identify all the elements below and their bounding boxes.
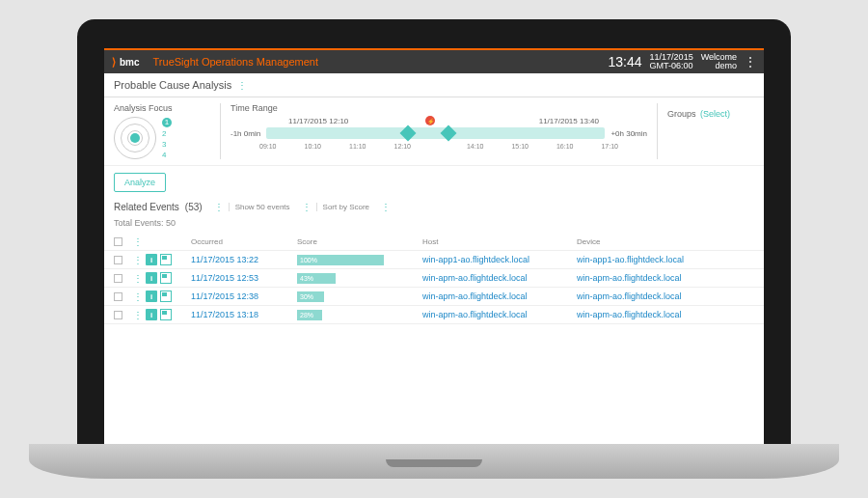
table-row: ⋮i11/17/2015 12:3830%win-apm-ao.flightde…	[104, 288, 764, 306]
info-icon[interactable]: i	[146, 309, 157, 320]
sort-menu-icon[interactable]: ⋮	[381, 202, 390, 212]
time-offset-left: -1h 0min	[231, 129, 260, 138]
event-marker-icon: ⚡	[425, 116, 435, 125]
slider-handle-end[interactable]	[440, 125, 456, 142]
header-menu-icon[interactable]: ⋮	[745, 55, 756, 69]
info-icon[interactable]: i	[146, 272, 157, 284]
analysis-focus-label: Analysis Focus	[114, 103, 210, 113]
table-row: ⋮i11/17/2015 13:22100%win-app1-ao.flight…	[104, 251, 764, 269]
focus-bullseye[interactable]	[114, 117, 156, 159]
row-host[interactable]: win-apm-ao.flightdeck.local	[422, 291, 577, 301]
time-start: 11/17/2015 12:10	[288, 117, 348, 125]
groups-section: Groups (Select)	[667, 103, 754, 159]
row-device[interactable]: win-apm-ao.flightdeck.local	[577, 310, 754, 319]
related-menu-icon[interactable]: ⋮	[214, 202, 223, 212]
info-icon[interactable]: i	[146, 290, 157, 302]
row-score: 100%	[297, 255, 422, 265]
time-ticks: 09:10 10:10 11:10 12:10 14:10 15:10 16:1…	[231, 143, 647, 150]
col-occurred[interactable]: Occurred	[191, 237, 297, 246]
table-header: ⋮ Occurred Score Host Device	[104, 234, 764, 251]
table-row: ⋮i11/17/2015 13:1828%win-apm-ao.flightde…	[104, 306, 764, 324]
focus-level-3[interactable]: 3	[162, 140, 172, 149]
show-events-menu-icon[interactable]: ⋮	[302, 202, 311, 212]
brand-name: bmc	[120, 57, 140, 68]
flag-icon[interactable]	[160, 309, 172, 320]
page-header: Probable Cause Analysis ⋮	[104, 73, 764, 97]
row-host[interactable]: win-apm-ao.flightdeck.local	[422, 273, 577, 283]
user-welcome: Welcome demo	[701, 53, 737, 70]
page-title: Probable Cause Analysis	[114, 79, 231, 91]
sort-link[interactable]: Sort by Score	[316, 203, 369, 211]
app-screen: ⟩ bmc TrueSight Operations Management 13…	[104, 48, 764, 444]
row-score: 30%	[297, 291, 422, 302]
row-device[interactable]: win-apm-ao.flightdeck.local	[577, 291, 754, 301]
focus-level-2[interactable]: 2	[162, 129, 172, 138]
row-menu-icon[interactable]: ⋮	[133, 310, 143, 320]
row-checkbox[interactable]	[114, 256, 122, 264]
row-device[interactable]: win-app1-ao.flightdeck.local	[577, 255, 754, 264]
time-offset-right: +0h 30min	[610, 129, 647, 138]
select-all-checkbox[interactable]	[114, 237, 122, 246]
col-device[interactable]: Device	[577, 237, 754, 246]
row-checkbox[interactable]	[114, 292, 122, 301]
top-bar: ⟩ bmc TrueSight Operations Management 13…	[104, 48, 764, 73]
col-host[interactable]: Host	[422, 237, 577, 246]
table-row: ⋮i11/17/2015 12:5343%win-apm-ao.flightde…	[104, 269, 764, 288]
flag-icon[interactable]	[160, 290, 172, 302]
col-score[interactable]: Score	[297, 237, 422, 246]
app-title: TrueSight Operations Management	[153, 56, 318, 68]
related-title: Related Events	[114, 202, 179, 212]
row-occurred[interactable]: 11/17/2015 12:38	[191, 291, 297, 301]
events-table: ⋮ Occurred Score Host Device ⋮i11/17/201…	[104, 234, 764, 324]
bmc-logo-icon: ⟩	[112, 56, 116, 69]
focus-level-1[interactable]: 1	[162, 118, 172, 127]
related-count: (53)	[185, 202, 203, 212]
focus-levels: 1 2 3 4	[162, 118, 172, 159]
header-datetime: 11/17/2015 GMT-06:00	[650, 53, 693, 70]
page-menu-icon[interactable]: ⋮	[237, 80, 246, 91]
brand-logo: ⟩ bmc	[112, 56, 140, 69]
row-menu-icon[interactable]: ⋮	[133, 291, 143, 302]
groups-select-link[interactable]: (Select)	[700, 109, 730, 119]
flag-icon[interactable]	[160, 254, 172, 265]
clock: 13:44	[609, 54, 642, 69]
slider-handle-start[interactable]	[399, 125, 416, 142]
user-name: demo	[701, 62, 737, 70]
row-score: 28%	[297, 310, 422, 320]
related-events-header: Related Events (53) ⋮ Show 50 events ⋮ S…	[104, 198, 764, 216]
row-occurred[interactable]: 11/17/2015 13:18	[191, 310, 297, 319]
total-events-label: Total Events: 50	[104, 216, 764, 234]
analysis-focus-section: Analysis Focus 1 2 3 4	[114, 103, 210, 159]
header-actions-icon[interactable]: ⋮	[133, 236, 143, 247]
focus-level-4[interactable]: 4	[162, 151, 172, 159]
row-occurred[interactable]: 11/17/2015 12:53	[191, 273, 297, 283]
header-tz: GMT-06:00	[650, 62, 693, 70]
row-score: 43%	[297, 273, 422, 284]
time-slider[interactable]: ⚡	[266, 127, 605, 139]
analyze-button[interactable]: Analyze	[114, 173, 166, 192]
time-end: 11/17/2015 13:40	[539, 117, 599, 125]
row-device[interactable]: win-apm-ao.flightdeck.local	[577, 273, 754, 283]
row-occurred[interactable]: 11/17/2015 13:22	[191, 255, 297, 264]
row-checkbox[interactable]	[114, 311, 122, 319]
time-range-section: Time Range 11/17/2015 12:10 11/17/2015 1…	[231, 103, 647, 159]
row-menu-icon[interactable]: ⋮	[133, 273, 143, 284]
groups-label: Groups	[667, 109, 696, 119]
row-checkbox[interactable]	[114, 274, 122, 283]
time-range-label: Time Range	[231, 103, 647, 113]
row-menu-icon[interactable]: ⋮	[133, 255, 143, 265]
info-icon[interactable]: i	[146, 254, 157, 265]
flag-icon[interactable]	[160, 272, 172, 284]
show-events-link[interactable]: Show 50 events	[229, 203, 290, 211]
row-host[interactable]: win-app1-ao.flightdeck.local	[422, 255, 577, 264]
row-host[interactable]: win-apm-ao.flightdeck.local	[422, 310, 577, 319]
